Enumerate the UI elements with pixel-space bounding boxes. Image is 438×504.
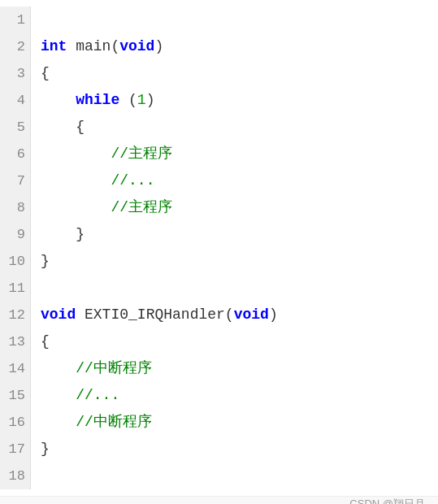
code-line: int main(void) <box>41 33 428 60</box>
code-line: //主程序 <box>41 141 428 167</box>
code-line: } <box>41 221 428 248</box>
code-content: int main(void){ while (1) { //主程序 //... … <box>31 7 438 489</box>
code-container: 123456789101112131415161718 int main(voi… <box>0 0 438 504</box>
code-line: { <box>41 60 428 87</box>
code-line <box>41 275 428 302</box>
code-line <box>41 7 428 33</box>
footer: CSDN @翔日月 <box>0 496 438 504</box>
footer-text: CSDN @翔日月 <box>349 497 425 504</box>
code-line: //中断程序 <box>41 409 428 436</box>
code-line: void EXTI0_IRQHandler(void) <box>41 302 428 328</box>
code-area: 123456789101112131415161718 int main(voi… <box>0 0 438 496</box>
code-line: while (1) <box>41 87 428 114</box>
code-line: } <box>41 436 428 463</box>
code-line: { <box>41 328 428 355</box>
code-line: //中断程序 <box>41 355 428 382</box>
code-line: //... <box>41 167 428 194</box>
code-line <box>41 463 428 489</box>
line-numbers: 123456789101112131415161718 <box>0 7 31 489</box>
code-line: { <box>41 114 428 141</box>
code-line: } <box>41 248 428 275</box>
code-line: //... <box>41 382 428 409</box>
code-line: //主程序 <box>41 194 428 221</box>
